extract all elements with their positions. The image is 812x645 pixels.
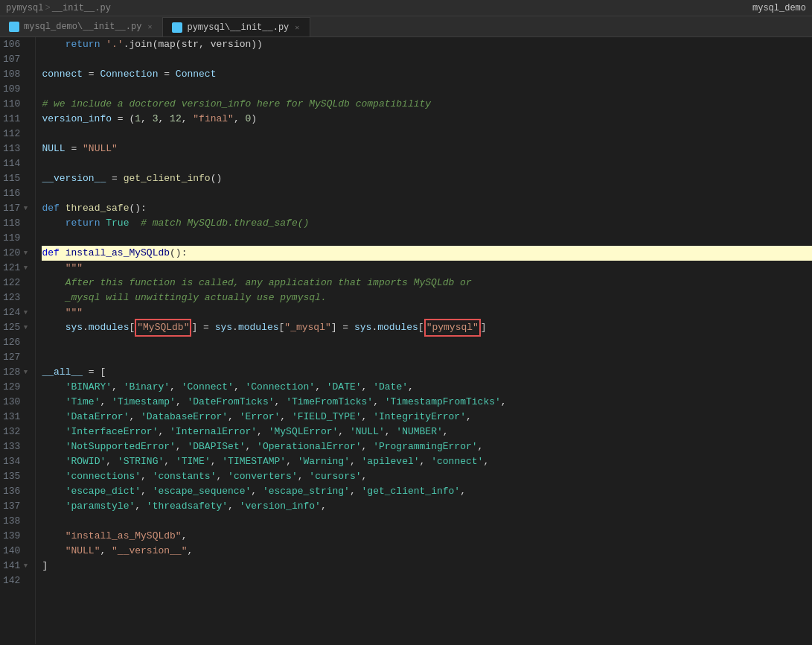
code-line-132: 'InterfaceError', 'InternalError', 'MySQ…	[42, 425, 812, 439]
ln-108: 108	[0, 67, 35, 82]
code-line-118: return True # match MySQLdb.thread_safe(…	[42, 216, 812, 231]
line-numbers: 106 107 108 109 110 111 112 113 114 115 …	[0, 37, 36, 644]
code-line-127	[42, 350, 812, 365]
code-line-136: 'escape_dict', 'escape_sequence', 'escap…	[42, 484, 812, 499]
ln-116: 116	[0, 186, 35, 201]
ln-115: 115	[0, 171, 35, 186]
code-line-119	[42, 231, 812, 246]
code-line-122: After this function is called, any appli…	[42, 276, 812, 290]
code-line-137: 'paramstyle', 'threadsafety', 'version_i…	[42, 499, 812, 514]
code-line-115: __version__ = get_client_info()	[42, 171, 812, 186]
ln-142: 142	[0, 573, 35, 588]
ln-136: 136	[0, 484, 35, 499]
ln-130: 130	[0, 395, 35, 410]
ln-117: 117▼	[0, 201, 35, 216]
breadcrumb-item-1: pymysql	[6, 3, 43, 13]
ln-140: 140	[0, 544, 35, 559]
ln-106: 106	[0, 37, 35, 52]
ln-113: 113	[0, 142, 35, 156]
ln-139: 139	[0, 529, 35, 544]
code-line-116	[42, 186, 812, 201]
ln-126: 126	[0, 335, 35, 350]
ln-141: 141▼	[0, 559, 35, 573]
tab-pymysql-init[interactable]: pymysql\__init__.py ✕	[163, 17, 310, 36]
ln-134: 134	[0, 454, 35, 469]
code-line-121: """	[42, 261, 812, 276]
ln-120: 120▼	[0, 246, 35, 261]
ln-121: 121▼	[0, 261, 35, 276]
ln-128: 128▼	[0, 365, 35, 380]
ln-114: 114	[0, 156, 35, 171]
ln-111: 111	[0, 112, 35, 127]
tab-label-1: mysql_demo\__init__.py	[24, 22, 141, 32]
code-line-142	[42, 573, 812, 588]
code-line-112	[42, 127, 812, 142]
ln-127: 127	[0, 350, 35, 365]
code-line-130: 'Time', 'Timestamp', 'DateFromTicks', 'T…	[42, 395, 812, 410]
code-line-133: 'NotSupportedError', 'DBAPISet', 'Operat…	[42, 439, 812, 454]
breadcrumb-sep-1: >	[45, 3, 50, 13]
editor-area: 106 107 108 109 110 111 112 113 114 115 …	[0, 37, 812, 644]
code-line-126	[42, 335, 812, 350]
breadcrumb-item-2: __init__.py	[52, 3, 111, 13]
code-line-128: __all__ = [	[42, 365, 812, 380]
code-line-138	[42, 514, 812, 529]
tab-label-2: pymysql\__init__.py	[187, 22, 289, 33]
tab-icon-1	[9, 22, 19, 32]
code-line-131: 'DataError', 'DatabaseError', 'Error', '…	[42, 410, 812, 425]
ln-122: 122	[0, 276, 35, 290]
ln-112: 112	[0, 127, 35, 142]
code-line-106: return '.'.join(map(str, version))	[42, 37, 812, 52]
code-line-125: sys.modules["MySQLdb"] = sys.modules["_m…	[42, 320, 812, 335]
code-line-110: # we include a doctored version_info her…	[42, 97, 812, 112]
code-line-134: 'ROWID', 'STRING', 'TIME', 'TIMESTAMP', …	[42, 454, 812, 469]
code-line-124: """	[42, 305, 812, 320]
ln-133: 133	[0, 439, 35, 454]
ln-137: 137	[0, 499, 35, 514]
code-line-108: connect = Connection = Connect	[42, 67, 812, 82]
ln-131: 131	[0, 410, 35, 425]
code-line-113: NULL = "NULL"	[42, 142, 812, 156]
ln-118: 118	[0, 216, 35, 231]
breadcrumb-area: pymysql > __init__.py	[6, 3, 752, 13]
ln-107: 107	[0, 52, 35, 67]
code-line-129: 'BINARY', 'Binary', 'Connect', 'Connecti…	[42, 380, 812, 395]
code-line-139: "install_as_MySQLdb",	[42, 529, 812, 544]
code-line-135: 'connections', 'constants', 'converters'…	[42, 469, 812, 484]
ln-125: 125▼	[0, 320, 35, 335]
ln-129: 129	[0, 380, 35, 395]
tab-icon-2	[172, 22, 182, 33]
breadcrumb: pymysql > __init__.py	[6, 3, 111, 13]
code-line-111: version_info = (1, 3, 12, "final", 0)	[42, 112, 812, 127]
title-bar: pymysql > __init__.py mysql_demo	[0, 0, 812, 16]
tab-mysql-demo-init[interactable]: mysql_demo\__init__.py ✕	[0, 17, 163, 36]
code-content[interactable]: return '.'.join(map(str, version)) conne…	[36, 37, 812, 644]
ln-135: 135	[0, 469, 35, 484]
ln-138: 138	[0, 514, 35, 529]
tab-bar: mysql_demo\__init__.py ✕ pymysql\__init_…	[0, 16, 812, 37]
ln-119: 119	[0, 231, 35, 246]
ln-109: 109	[0, 82, 35, 97]
ln-124: 124▼	[0, 305, 35, 320]
code-line-109	[42, 82, 812, 97]
ln-132: 132	[0, 425, 35, 439]
tab-close-1[interactable]: ✕	[146, 22, 153, 32]
tab-close-2[interactable]: ✕	[293, 22, 301, 33]
code-line-114	[42, 156, 812, 171]
code-line-123: _mysql will unwittingly actually use pym…	[42, 290, 812, 305]
code-line-120: def install_as_MySQLdb():	[42, 246, 812, 261]
ln-123: 123	[0, 290, 35, 305]
code-line-107	[42, 52, 812, 67]
code-line-117: def thread_safe():	[42, 201, 812, 216]
window-title: mysql_demo	[752, 3, 806, 13]
code-line-140: "NULL", "__version__",	[42, 544, 812, 559]
code-line-141: ]	[42, 559, 812, 573]
ln-110: 110	[0, 97, 35, 112]
